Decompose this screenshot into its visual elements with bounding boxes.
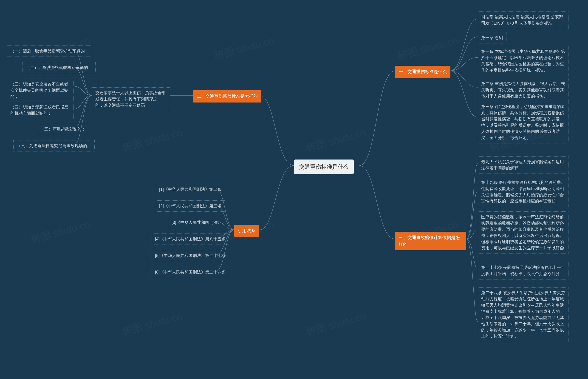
b4-child-4[interactable]: [5]《中华人民共和国刑法》第二十七条: [151, 250, 229, 261]
watermark: 树图 shutu.cn: [121, 126, 184, 155]
b4-child-0[interactable]: [1]《中华人民共和国刑法》第二条: [156, 184, 225, 195]
b2-child-4[interactable]: （五）严重超载驾驶的；: [37, 124, 89, 135]
watermark: 树图 shutu.cn: [305, 310, 367, 339]
b4-child-1[interactable]: [2]《中华人民共和国刑法》第三条: [156, 200, 225, 212]
b3-child-0[interactable]: 最高人民法院关于审理人身损害赔偿案件适用法律若干问题的解释: [478, 156, 569, 174]
b3-child-2[interactable]: 医疗费的赔偿数额，按照一审法庭辩论终结前实际发生的数额确定。器官功能恢复训练所必…: [478, 211, 569, 254]
branch-1[interactable]: 一、交通重伤标准是什么: [395, 66, 451, 78]
b2-intermediate[interactable]: 交通肇事致一人以上重伤，负事故全部或者主要责任，并具有下列情形之一的，以交通肇事…: [92, 87, 170, 111]
b2-child-2[interactable]: （三）明知是安全装置不全或者安全机件失灵的机动车辆而驾驶的；: [7, 79, 74, 102]
b3-child-3[interactable]: 第二十七条 丧葬费按照受诉法院所在地上一年度职工月平均工资标准，以六个月总额计算: [478, 262, 569, 280]
b2-child-1[interactable]: （二）无驾驶资格驾驶机动车辆的；: [23, 62, 96, 73]
watermark: 树图 shutu.cn: [121, 310, 184, 339]
b3-child-4[interactable]: 第二十八条 被扶养人生活费根据扶养人丧失劳动能力程度，按照受诉法院所在地上一年度…: [478, 287, 569, 342]
b4-child-3[interactable]: [4]《中华人民共和国刑法》第八十五条: [151, 234, 229, 245]
branch-4[interactable]: 引用法条: [234, 225, 259, 237]
root-node[interactable]: 交通重伤标准是什么: [294, 159, 354, 174]
b2-child-5[interactable]: （六）为逃避法律追究逃离事故现场的。: [13, 140, 95, 151]
b4-child-2[interactable]: [3]《中华人民共和国刑法》: [168, 217, 225, 228]
b2-child-0[interactable]: （一）酒后、吸食毒品后驾驶机动车辆的；: [7, 46, 92, 57]
b1-child-0[interactable]: 司法部 最高人民法院 最高人民检察院 公安部 司发〔1990〕070号 人体重伤…: [478, 12, 569, 29]
watermark: 树图 shutu.cn: [305, 126, 367, 155]
b1-child-3[interactable]: 第二条 重伤是指使人肢体残废、毁人容貌、丧失听觉、丧失视觉、丧失其他器官功能或者…: [478, 78, 569, 102]
branch-2[interactable]: 二、交通重伤赔偿标准是怎样的: [193, 90, 261, 103]
watermark: 树图 shutu.cn: [29, 218, 92, 247]
b1-child-4[interactable]: 第三条 评定损伤程度，必须坚持实事求是的原则，具体伤情，具体分析。损伤程度包括损…: [478, 101, 569, 143]
b1-child-2[interactable]: 第一条 本标准依照《中华人民共和国刑法》第八十五条规定，以医学和法医学的理论和技…: [478, 46, 569, 76]
b2-child-3[interactable]: （四）明知是无牌证或者已报废的机动车辆而驾驶的；: [7, 102, 74, 119]
b3-child-1[interactable]: 第十九条 医疗费根据医疗机构出具的医药费、住院费等收款凭证，结合病历和诊断证明等…: [478, 177, 569, 207]
watermark: 树图 shutu.cn: [397, 34, 459, 63]
b1-child-1[interactable]: 第一章 总则: [478, 32, 506, 44]
b4-child-5[interactable]: [6]《中华人民共和国刑法》第二十八条: [151, 267, 229, 278]
branch-3[interactable]: 三、交通事故赔偿计算依据是怎样的: [395, 232, 466, 250]
watermark: 树图 shutu.cn: [213, 34, 276, 63]
